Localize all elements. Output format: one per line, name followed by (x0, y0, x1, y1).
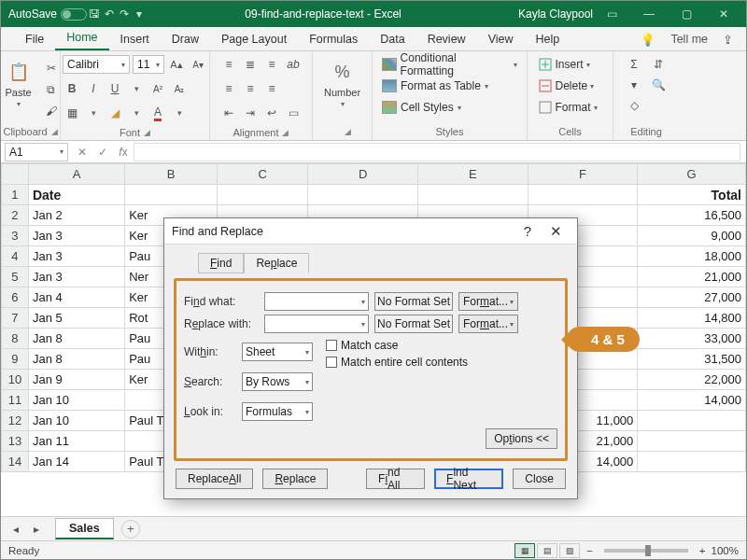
align-right-icon[interactable]: ≡ (262, 79, 281, 98)
tab-draw[interactable]: Draw (161, 29, 210, 50)
zoom-value[interactable]: 100% (712, 545, 739, 556)
cell[interactable]: Jan 10 (28, 390, 124, 411)
replace-button[interactable]: Replace (262, 469, 328, 489)
cell[interactable]: 14,000 (638, 390, 746, 411)
zoom-out-button[interactable]: − (586, 545, 593, 556)
cell[interactable] (218, 185, 308, 205)
col-header[interactable]: G (638, 164, 746, 185)
match-entire-checkbox[interactable]: Match entire cell contents (326, 356, 468, 369)
cell[interactable]: Jan 3 (28, 267, 124, 287)
col-header[interactable]: C (218, 164, 308, 185)
row-header[interactable]: 10 (2, 370, 29, 390)
bold-button[interactable]: B (63, 79, 81, 98)
col-header[interactable]: A (28, 164, 124, 185)
cell[interactable]: Jan 2 (28, 205, 124, 226)
cell[interactable]: Jan 3 (28, 226, 124, 246)
find-select-icon[interactable]: 🔍 (649, 76, 668, 94)
cell[interactable]: Jan 9 (28, 370, 124, 390)
cell[interactable] (638, 411, 746, 431)
table-row[interactable]: 1DateTotal (2, 185, 746, 205)
view-page-break-icon[interactable]: ▧ (559, 543, 580, 558)
sheet-nav-prev-icon[interactable]: ◂ (7, 520, 25, 539)
tab-help[interactable]: Help (525, 29, 571, 50)
font-color-icon[interactable]: A (148, 104, 167, 122)
cell[interactable] (417, 185, 528, 205)
sort-filter-icon[interactable]: ⇵ (649, 55, 668, 74)
tab-home[interactable]: Home (55, 27, 108, 50)
find-all-button[interactable]: Find All (366, 469, 425, 489)
conditional-formatting-button[interactable]: Conditional Formatting▾ (380, 55, 519, 74)
align-bottom-icon[interactable]: ≡ (262, 55, 281, 74)
maximize-icon[interactable]: ▢ (668, 1, 705, 27)
format-cells-button[interactable]: Format▾ (539, 98, 600, 117)
cell[interactable]: Total (638, 185, 746, 205)
close-window-icon[interactable]: ✕ (705, 1, 742, 27)
tab-review[interactable]: Review (416, 29, 477, 50)
tab-page-layout[interactable]: Page Layout (210, 29, 298, 50)
col-header[interactable]: E (417, 164, 528, 185)
grow-font-icon[interactable]: A▴ (167, 55, 186, 74)
view-page-layout-icon[interactable]: ▤ (537, 543, 557, 558)
dialog-launcher-icon[interactable]: ◢ (51, 127, 58, 136)
tab-view[interactable]: View (477, 29, 525, 50)
user-name[interactable]: Kayla Claypool (518, 7, 593, 21)
fill-color-icon[interactable]: ◢ (106, 104, 124, 122)
shrink-font-icon[interactable]: A▾ (189, 55, 207, 74)
tab-data[interactable]: Data (369, 29, 416, 50)
tell-me-icon[interactable]: 💡 (633, 29, 663, 50)
cell[interactable]: 21,000 (638, 267, 746, 287)
redo-icon[interactable]: ↷ (117, 7, 132, 21)
find-next-button[interactable]: Find Next (434, 469, 503, 489)
underline-button[interactable]: U (106, 79, 124, 98)
row-header[interactable]: 8 (2, 329, 29, 349)
dialog-launcher-icon[interactable]: ◢ (345, 127, 351, 136)
cell[interactable]: Jan 14 (28, 452, 124, 472)
zoom-in-button[interactable]: + (699, 545, 706, 556)
tab-insert[interactable]: Insert (109, 29, 161, 50)
superscript-icon[interactable]: A² (148, 79, 167, 98)
cancel-formula-icon[interactable]: ✕ (72, 142, 92, 162)
name-box[interactable]: A1▾ (5, 143, 68, 161)
qat-dropdown-icon[interactable]: ▾ (132, 7, 147, 21)
fill-icon[interactable]: ▾ (625, 76, 643, 94)
tab-find[interactable]: FinFindd (198, 253, 244, 273)
format-as-table-button[interactable]: Format as Table▾ (380, 77, 490, 95)
cell[interactable] (125, 185, 218, 205)
share-icon[interactable]: ⇪ (715, 29, 740, 50)
chevron-down-icon[interactable]: ▾ (170, 104, 189, 122)
replace-with-input[interactable]: ▾ (264, 315, 369, 333)
cell[interactable]: Jan 11 (28, 431, 124, 452)
number-format-button[interactable]: % Number ▾ (325, 55, 360, 108)
row-header[interactable]: 11 (2, 390, 29, 411)
undo-icon[interactable]: ↶ (102, 7, 117, 21)
align-left-icon[interactable]: ≡ (219, 79, 238, 98)
cell[interactable]: Jan 8 (28, 329, 124, 349)
row-header[interactable]: 4 (2, 246, 29, 267)
cell[interactable]: 27,000 (638, 287, 746, 308)
delete-cells-button[interactable]: Delete▾ (539, 77, 598, 95)
search-combo[interactable]: By Rows▾ (242, 372, 313, 391)
help-button[interactable]: ? (514, 220, 542, 243)
select-all-button[interactable] (2, 164, 29, 185)
merge-icon[interactable]: ▭ (284, 104, 303, 122)
chevron-down-icon[interactable]: ▾ (127, 79, 146, 98)
within-combo[interactable]: Sheet▾ (242, 343, 313, 361)
decrease-indent-icon[interactable]: ⇤ (219, 104, 238, 122)
align-top-icon[interactable]: ≡ (219, 55, 238, 74)
dialog-launcher-icon[interactable]: ◢ (144, 128, 150, 137)
cell[interactable]: Jan 4 (28, 287, 124, 308)
chevron-down-icon[interactable]: ▾ (127, 104, 146, 122)
col-header[interactable]: F (528, 164, 638, 185)
cell[interactable]: Jan 3 (28, 246, 124, 267)
zoom-slider[interactable] (604, 549, 688, 553)
row-header[interactable]: 6 (2, 287, 29, 308)
ribbon-options-icon[interactable]: ▭ (593, 1, 630, 27)
font-size-combo[interactable]: 11▾ (133, 55, 164, 74)
tab-formulas[interactable]: Formulas (298, 29, 369, 50)
row-header[interactable]: 2 (2, 205, 29, 226)
formula-input[interactable] (134, 143, 740, 161)
sheet-tab-sales[interactable]: Sales (55, 518, 114, 539)
autosave-toggle[interactable] (61, 8, 87, 21)
sheet-nav-next-icon[interactable]: ▸ (27, 520, 46, 539)
cell-styles-button[interactable]: Cell Styles▾ (380, 98, 463, 117)
